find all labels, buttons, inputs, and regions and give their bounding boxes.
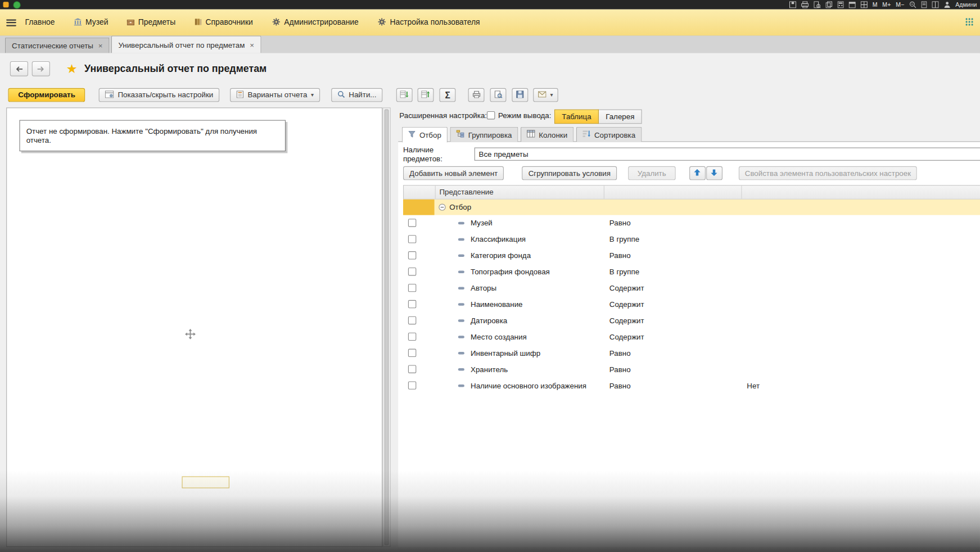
availability-select[interactable]: Все предметы [475,147,980,160]
zoom-out-icon[interactable] [909,0,916,10]
collapse-minus-icon[interactable] [439,204,445,211]
filter-field-label: Место создания [471,329,527,345]
menu-item-catalogs[interactable]: Справочники [195,18,253,28]
send-mail-button[interactable]: ▾ [533,88,558,102]
menu-item-user-settings[interactable]: Настройка пользователя [377,17,480,28]
report-area[interactable]: Отчет не сформирован. Нажмите "Сформиров… [6,107,382,547]
row-checkbox[interactable] [408,333,416,341]
row-checkbox[interactable] [408,365,416,373]
current-user-label[interactable]: Админи [955,1,977,8]
memory-button-m-plus[interactable]: M+ [882,0,891,10]
tab-columns[interactable]: Колонки [521,127,573,142]
split-view-icon[interactable] [932,0,938,10]
sum-button[interactable]: Σ [440,88,456,102]
table-icon[interactable] [861,0,868,10]
toggle-settings-button[interactable]: Показать/скрыть настройки [99,88,219,102]
hamburger-menu-icon[interactable] [6,19,16,26]
expand-groups-button[interactable] [396,88,413,102]
report-variants-button[interactable]: Варианты отчета ▾ [230,88,320,102]
row-checkbox-cell [408,316,416,327]
element-properties-button[interactable]: Свойства элемента пользовательских настр… [739,166,917,180]
tab-label: Группировка [468,130,512,139]
document-icon[interactable] [921,0,927,10]
scrollbar-thumb[interactable] [385,110,389,545]
row-checkbox[interactable] [408,251,416,259]
tab-statistical-reports[interactable]: Статистические отчеты × [5,38,110,53]
move-down-button[interactable] [706,166,722,180]
report-scrollbar[interactable] [382,107,390,547]
filter-group-row[interactable]: Отбор [403,200,980,215]
tab-sorting[interactable]: Сортировка [576,127,642,142]
menu-item-items[interactable]: Предметы [127,18,175,28]
row-checkbox[interactable] [408,349,416,357]
delete-label: Удалить [638,169,666,178]
close-icon[interactable]: × [98,42,103,49]
calculator-icon[interactable] [837,0,843,10]
filter-row[interactable]: Наличие основного изображения Равно Нет [403,378,980,394]
move-up-button[interactable] [689,166,706,180]
output-mode-gallery[interactable]: Галерея [598,110,642,124]
copy-icon[interactable] [825,0,832,10]
menu-item-administration[interactable]: Администрирование [272,17,359,28]
row-checkbox[interactable] [408,268,416,275]
row-checkbox[interactable] [408,284,416,292]
group-conditions-button[interactable]: Сгруппировать условия [522,166,617,180]
advanced-settings-checkbox[interactable] [487,111,495,119]
delete-button[interactable]: Удалить [628,166,675,180]
collapse-groups-button[interactable] [418,88,434,102]
filter-row[interactable]: Авторы Содержит [403,280,980,296]
filter-row[interactable]: Хранитель Равно [403,361,980,378]
print-preview-icon[interactable] [814,0,820,10]
report-variant-icon [236,91,243,100]
all-functions-icon[interactable] [965,17,974,28]
forward-button[interactable] [32,61,50,76]
save-icon[interactable] [789,0,796,10]
find-button[interactable]: Найти... [331,88,382,102]
menu-item-main[interactable]: Главное [25,18,55,27]
row-checkbox[interactable] [408,300,416,308]
tab-filter[interactable]: Отбор [402,127,448,143]
find-label: Найти... [349,91,376,99]
filter-row[interactable]: Топография фондовая В группе [403,264,980,280]
save-button[interactable] [512,88,529,102]
filter-row[interactable]: Место создания Содержит [403,329,980,345]
sorting-icon [582,130,590,139]
generate-label: Сформировать [18,91,75,99]
tab-label: Колонки [539,130,567,139]
back-button[interactable] [10,61,28,76]
output-mode-table[interactable]: Таблица [554,110,599,124]
close-icon[interactable]: × [250,41,254,48]
gear-icon [377,17,386,28]
print-button[interactable] [468,88,485,102]
mail-icon [538,91,546,99]
filter-row[interactable]: Музей Равно [403,215,980,232]
toggle-settings-label: Показать/скрыть настройки [118,91,213,99]
row-checkbox[interactable] [408,316,416,324]
filter-row[interactable]: Наименование Содержит [403,296,980,313]
row-checkbox[interactable] [408,219,416,227]
memory-button-m-minus[interactable]: M− [896,0,904,10]
items-icon [127,18,134,28]
collapse-groups-icon [422,91,431,100]
row-checkbox-cell [408,251,416,261]
filter-row[interactable]: Датировка Содержит [403,313,980,329]
filter-row[interactable]: Классификация В группе [403,231,980,247]
filter-item-icon [458,303,464,305]
filter-row[interactable]: Категория фонда Равно [403,247,980,264]
generate-button[interactable]: Сформировать [8,88,85,102]
print-icon[interactable] [801,0,809,10]
memory-button-m[interactable]: M [873,0,878,10]
row-checkbox[interactable] [408,235,416,243]
favorite-star-icon[interactable]: ★ [66,62,78,75]
tab-label: Отбор [419,130,441,139]
form-header: ★ Универсальный отчет по предметам [10,61,267,76]
filter-row[interactable]: Инвентарный шифр Равно [403,345,980,361]
preview-button[interactable] [490,88,507,102]
tab-universal-report[interactable]: Универсальный отчет по предметам × [111,35,261,53]
tab-grouping[interactable]: Группировка [450,127,518,142]
add-element-button[interactable]: Добавить новый элемент [403,166,504,180]
filter-tab-content: Наличие предметов: Все предметы Добавить… [398,141,980,547]
calendar-icon[interactable] [848,0,855,10]
row-checkbox[interactable] [408,381,416,389]
menu-item-museum[interactable]: Музей [74,18,109,28]
